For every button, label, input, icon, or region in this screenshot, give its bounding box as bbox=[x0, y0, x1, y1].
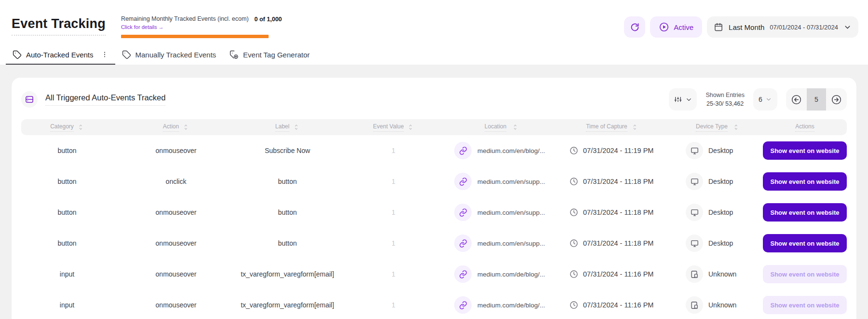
usage-count: 0 of 1,000 bbox=[255, 16, 282, 23]
cell-category: input bbox=[21, 301, 113, 309]
usage-details-link[interactable]: Click for details → bbox=[121, 24, 249, 30]
cell-category: button bbox=[21, 208, 113, 216]
top-actions: Active Last Month 07/01/2024 - 07/31/202… bbox=[624, 16, 858, 38]
cell-location: medium.com/en/blog/... bbox=[451, 142, 552, 159]
arrow-right-circle-icon bbox=[831, 94, 842, 105]
chevron-down-icon bbox=[843, 23, 852, 31]
sort-icon bbox=[407, 124, 414, 131]
cell-device-type: Desktop bbox=[672, 235, 763, 252]
calendar-icon bbox=[714, 22, 723, 32]
tab-event-tag-generator[interactable]: Event Tag Generator bbox=[223, 49, 316, 65]
next-page-button[interactable] bbox=[826, 88, 847, 111]
cell-label: button bbox=[239, 239, 336, 247]
refresh-icon bbox=[630, 22, 640, 32]
desktop-icon bbox=[690, 239, 699, 248]
refresh-button[interactable] bbox=[624, 16, 645, 38]
sliders-icon bbox=[674, 95, 682, 104]
table-row: input onmouseover tx_varegform_varegform… bbox=[21, 290, 847, 319]
desktop-icon bbox=[690, 208, 699, 217]
capture-time: 07/31/2024 - 11:18 PM bbox=[583, 208, 653, 216]
shown-entries-value: 25-30/ 53,462 bbox=[705, 99, 745, 108]
cell-label: Subscribe Now bbox=[239, 147, 336, 154]
card-header: All Triggered Auto-Events Tracked Shown … bbox=[21, 88, 847, 111]
page-size-select[interactable]: 6 bbox=[753, 88, 777, 111]
cell-event-value: 1 bbox=[336, 301, 451, 309]
column-filter-button[interactable] bbox=[669, 88, 697, 111]
column-header-category[interactable]: Category bbox=[21, 123, 113, 132]
cell-action: onmouseover bbox=[113, 239, 239, 247]
cell-actions: Show event on website bbox=[763, 234, 847, 252]
pagination: 5 bbox=[786, 88, 847, 111]
cell-label: tx_varegform_varegform[email] bbox=[239, 270, 336, 278]
sort-icon bbox=[183, 124, 189, 131]
link-icon[interactable] bbox=[454, 142, 472, 159]
tab-options-kebab-icon[interactable] bbox=[101, 51, 108, 58]
location-url[interactable]: medium.com/en/blog/... bbox=[477, 147, 545, 154]
shown-entries: Shown Entries 25-30/ 53,462 bbox=[705, 91, 745, 108]
table-row: button onmouseover button 1 medium.com/e… bbox=[21, 197, 847, 228]
tab-manually-tracked-events[interactable]: Manually Tracked Events bbox=[115, 49, 223, 65]
show-event-button[interactable]: Show event on website bbox=[763, 141, 847, 160]
link-icon[interactable] bbox=[454, 235, 472, 252]
cell-event-value: 1 bbox=[336, 147, 451, 154]
cell-action: onmouseover bbox=[113, 301, 239, 309]
unknown-device-icon bbox=[690, 270, 699, 279]
column-header-label[interactable]: Label bbox=[239, 123, 336, 132]
tab-label: Event Tag Generator bbox=[243, 51, 310, 59]
tab-label: Auto-Tracked Events bbox=[26, 51, 94, 59]
link-icon[interactable] bbox=[454, 265, 472, 283]
column-header-actions: Actions bbox=[763, 123, 847, 132]
cell-location: medium.com/de/blog/... bbox=[451, 296, 552, 314]
cell-action: onmouseover bbox=[113, 208, 239, 216]
device-type-label: Desktop bbox=[708, 178, 733, 185]
cell-time-of-capture: 07/31/2024 - 11:16 PM bbox=[552, 300, 672, 310]
sort-icon bbox=[632, 124, 638, 131]
cell-label: button bbox=[239, 178, 336, 185]
show-event-button[interactable]: Show event on website bbox=[763, 234, 847, 252]
location-url[interactable]: medium.com/en/supp... bbox=[477, 209, 545, 216]
column-header-time-of-capture[interactable]: Time of Capture bbox=[552, 123, 672, 132]
show-event-button[interactable]: Show event on website bbox=[763, 296, 847, 314]
link-icon[interactable] bbox=[454, 173, 472, 190]
column-header-device-type[interactable]: Device Type bbox=[672, 123, 763, 132]
tag-icon bbox=[122, 50, 131, 59]
arrow-left-circle-icon bbox=[791, 94, 802, 105]
sort-icon bbox=[733, 124, 739, 131]
show-event-button[interactable]: Show event on website bbox=[763, 203, 847, 222]
location-url[interactable]: medium.com/de/blog/... bbox=[477, 271, 545, 278]
usage-progress-fill bbox=[121, 35, 269, 38]
tracking-status-button[interactable]: Active bbox=[650, 16, 702, 38]
show-event-button[interactable]: Show event on website bbox=[763, 172, 847, 191]
cell-time-of-capture: 07/31/2024 - 11:16 PM bbox=[552, 269, 672, 279]
sort-icon bbox=[293, 124, 299, 131]
tab-label: Manually Tracked Events bbox=[136, 51, 217, 59]
clock-icon bbox=[569, 238, 579, 248]
location-url[interactable]: medium.com/en/supp... bbox=[477, 178, 545, 185]
clock-icon bbox=[569, 177, 579, 186]
device-type-label: Desktop bbox=[708, 239, 733, 247]
show-event-button[interactable]: Show event on website bbox=[763, 265, 847, 283]
cell-category: button bbox=[21, 239, 113, 247]
column-header-event-value[interactable]: Event Value bbox=[336, 123, 451, 132]
sort-icon bbox=[78, 124, 84, 131]
cell-action: onmouseover bbox=[113, 147, 239, 154]
usage-progress-bar bbox=[121, 35, 269, 38]
content-area: All Triggered Auto-Events Tracked Shown … bbox=[0, 65, 868, 319]
device-type-label: Desktop bbox=[708, 147, 733, 154]
clock-icon bbox=[569, 146, 579, 155]
card-title: All Triggered Auto-Events Tracked bbox=[45, 93, 165, 106]
link-icon[interactable] bbox=[454, 204, 472, 221]
location-url[interactable]: medium.com/de/blog/... bbox=[477, 302, 545, 309]
cell-event-value: 1 bbox=[336, 208, 451, 216]
device-type-label: Desktop bbox=[708, 208, 733, 216]
prev-page-button[interactable] bbox=[786, 88, 807, 111]
cell-location: medium.com/en/supp... bbox=[451, 204, 552, 221]
column-header-action[interactable]: Action bbox=[113, 123, 239, 132]
cell-category: input bbox=[21, 270, 113, 278]
link-icon[interactable] bbox=[454, 296, 472, 314]
tab-auto-tracked-events[interactable]: Auto-Tracked Events bbox=[6, 49, 115, 65]
date-range-picker[interactable]: Last Month 07/01/2024 - 07/31/2024 bbox=[707, 16, 858, 38]
column-header-location[interactable]: Location bbox=[451, 123, 552, 132]
location-url[interactable]: medium.com/en/supp... bbox=[477, 240, 545, 247]
table-body: button onmouseover Subscribe Now 1 mediu… bbox=[21, 135, 847, 319]
